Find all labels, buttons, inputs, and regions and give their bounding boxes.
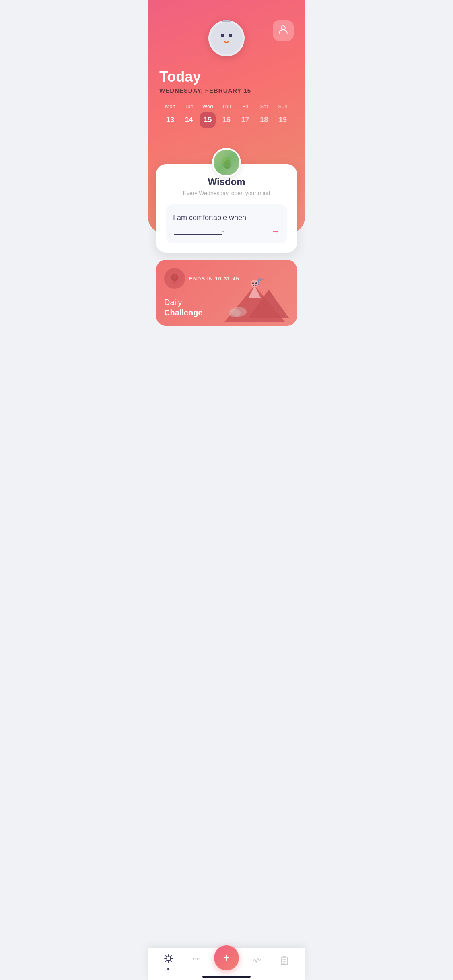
wisdom-arrow-button[interactable]: → — [271, 226, 280, 237]
wisdom-prompt-line1: I am comfortable when — [173, 214, 246, 222]
top-row — [159, 20, 294, 56]
svg-point-11 — [251, 280, 259, 288]
robot-mouth — [223, 39, 230, 43]
robot-eye-left — [221, 34, 224, 37]
cal-day-sat[interactable]: Sat 18 — [255, 103, 273, 128]
leaf-icon — [218, 154, 235, 171]
cal-day-num-sat: 18 — [256, 112, 272, 128]
wisdom-prompt-box[interactable]: I am comfortable when . → — [166, 204, 287, 243]
wisdom-title: Wisdom — [166, 176, 287, 187]
svg-rect-7 — [172, 282, 177, 284]
cal-day-wed[interactable]: Wed 15 — [198, 103, 217, 128]
calendar-strip: Mon 13 Tue 14 Wed 15 Thu 16 Fri 17 — [159, 103, 294, 128]
cal-day-num-wed: 15 — [200, 112, 216, 128]
date-label: WEDNESDAY, FEBRUARY 15 — [159, 87, 294, 94]
robot-avatar — [208, 20, 245, 56]
svg-point-0 — [281, 26, 285, 30]
cal-day-num-mon: 13 — [162, 112, 178, 128]
cal-day-name-tue: Tue — [185, 103, 194, 109]
svg-point-13 — [255, 282, 257, 284]
robot-face — [210, 22, 243, 54]
challenge-card[interactable]: ENDS IN 10:31:45 Daily Challenge — [156, 260, 297, 326]
robot-antenna — [222, 20, 231, 22]
wisdom-underline — [174, 223, 222, 235]
header-section: Today WEDNESDAY, FEBRUARY 15 Mon 13 Tue … — [148, 0, 305, 148]
svg-point-12 — [252, 282, 254, 284]
cal-day-name-mon: Mon — [165, 103, 175, 109]
cal-day-name-fri: Fri — [242, 103, 248, 109]
cal-day-name-sat: Sat — [260, 103, 268, 109]
wisdom-icon-inner — [214, 150, 239, 175]
svg-rect-6 — [173, 281, 176, 282]
cal-day-thu[interactable]: Thu 16 — [217, 103, 236, 128]
cal-day-num-fri: 17 — [237, 112, 253, 128]
cal-day-name-sun: Sun — [278, 103, 287, 109]
cal-day-num-tue: 14 — [181, 112, 197, 128]
cal-day-name-wed: Wed — [202, 103, 213, 109]
cal-day-fri[interactable]: Fri 17 — [236, 103, 255, 128]
cal-day-mon[interactable]: Mon 13 — [161, 103, 179, 128]
wisdom-subtitle: Every Wednesday, open your mind — [166, 190, 287, 196]
cal-day-num-sun: 19 — [275, 112, 291, 128]
challenge-title-line2: Challenge — [164, 307, 289, 318]
timer-icon-wrap — [164, 268, 185, 289]
robot-eyes — [221, 34, 232, 37]
cal-day-tue[interactable]: Tue 14 — [180, 103, 198, 128]
robot-eye-right — [229, 34, 232, 37]
challenge-title-line1: Daily — [164, 298, 182, 307]
cal-day-name-thu: Thu — [222, 103, 231, 109]
wisdom-prompt-text: I am comfortable when . — [173, 212, 280, 235]
wisdom-period: . — [222, 225, 224, 233]
profile-icon — [278, 24, 289, 37]
wisdom-icon-wrap — [212, 148, 241, 177]
today-label: Today — [159, 68, 294, 85]
svg-point-8 — [173, 275, 177, 279]
content-area: Wisdom Every Wednesday, open your mind I… — [148, 164, 305, 326]
cal-day-num-thu: 16 — [218, 112, 235, 128]
profile-button[interactable] — [273, 20, 294, 41]
cal-day-sun[interactable]: Sun 19 — [274, 103, 292, 128]
wisdom-card: Wisdom Every Wednesday, open your mind I… — [156, 164, 297, 253]
challenge-label: Daily Challenge — [164, 297, 289, 318]
trophy-icon — [169, 272, 181, 284]
